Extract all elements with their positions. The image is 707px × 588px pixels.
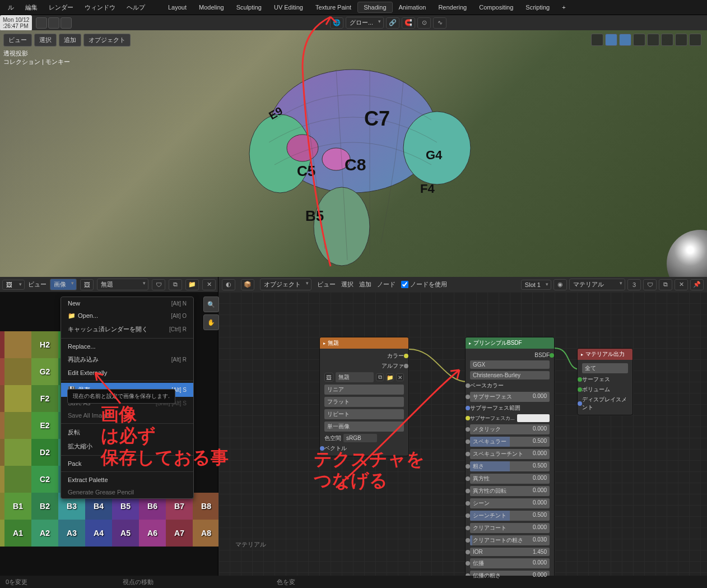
node-canvas[interactable]: 無題 カラー アルファ 🖼無題⧉📁✕ リニア フラット リピート 単一画像 色空…: [218, 292, 707, 588]
output-bsdf[interactable]: BSDF: [534, 352, 550, 358]
tab-compositing[interactable]: Compositing: [473, 2, 519, 13]
material-browse-icon[interactable]: ◉: [553, 279, 567, 290]
tab-uv-editing[interactable]: UV Editing: [268, 2, 309, 13]
tab-shading[interactable]: Shading: [357, 2, 392, 13]
node-node-menu[interactable]: ノード: [377, 280, 396, 289]
node-mode-icon[interactable]: 📦: [241, 279, 254, 290]
bsdf-row[interactable]: サブサーフェス0.000: [468, 391, 552, 403]
img-x-icon[interactable]: ✕: [396, 373, 404, 381]
menu-item-open-[interactable]: 📁Open...[Alt] O: [61, 309, 193, 322]
colorspace-dropdown[interactable]: sRGB: [343, 434, 377, 442]
bsdf-row[interactable]: スペキュラー0.500: [468, 436, 552, 448]
bsdf-row[interactable]: GGX: [468, 359, 552, 370]
material-dup-icon[interactable]: ⧉: [659, 279, 672, 290]
node-header[interactable]: マテリアル出力: [578, 349, 632, 360]
node-header[interactable]: プリンシプルBSDF: [466, 337, 554, 349]
menu-help[interactable]: ヘルプ: [121, 3, 151, 12]
shading-material-icon[interactable]: [675, 34, 687, 46]
transform-dropdown[interactable]: グロー...: [346, 17, 384, 29]
menu-file[interactable]: ル: [2, 3, 20, 12]
menu-item-save-all-images[interactable]: Save All Images: [61, 409, 193, 422]
viewport-view-menu[interactable]: ビュー: [3, 34, 32, 47]
tab-rendering[interactable]: Rendering: [432, 2, 473, 13]
target-dropdown[interactable]: 全て: [582, 363, 628, 373]
bsdf-row[interactable]: メタリック0.000: [468, 423, 552, 436]
interpolation-dropdown[interactable]: リニア: [324, 385, 404, 395]
input-volume[interactable]: ボリューム: [582, 386, 610, 393]
tab-layout[interactable]: Layout: [162, 2, 193, 13]
shading-wire-icon[interactable]: [647, 34, 659, 46]
slot-dropdown[interactable]: Slot 1: [521, 280, 551, 290]
orientation-icon[interactable]: 🌐: [330, 17, 343, 29]
material-close-icon[interactable]: ✕: [675, 279, 688, 290]
menu-item--[interactable]: 拡大縮小: [61, 439, 193, 453]
tab-texture-paint[interactable]: Texture Paint: [309, 2, 357, 13]
node-editor-type-icon[interactable]: ◐: [222, 279, 235, 290]
menu-item-generate-grease-pencil[interactable]: Generate Grease Pencil: [61, 486, 193, 498]
menu-item--[interactable]: キャッシュ済レンダーを開く[Ctrl] R: [61, 322, 193, 336]
gizmo-icon[interactable]: [605, 34, 617, 46]
add-workspace-button[interactable]: +: [556, 2, 571, 13]
img-dup-icon[interactable]: ⧉: [376, 373, 384, 381]
projection-dropdown[interactable]: フラット: [324, 397, 404, 407]
image-texture-node[interactable]: 無題 カラー アルファ 🖼無題⧉📁✕ リニア フラット リピート 単一画像 色空…: [319, 337, 409, 456]
principled-bsdf-node[interactable]: プリンシプルBSDF BSDF GGXChristensen-Burleyベース…: [465, 337, 555, 588]
image-view-menu[interactable]: ビュー: [28, 280, 46, 289]
node-add-menu[interactable]: 追加: [359, 280, 371, 289]
bsdf-row[interactable]: IOR1.450: [468, 547, 552, 557]
bsdf-row[interactable]: クリアコート0.000: [468, 522, 552, 534]
material-output-node[interactable]: マテリアル出力 全て サーフェス ボリューム ディスプレイスメント: [577, 348, 633, 415]
open-file-icon[interactable]: 📁: [185, 279, 199, 290]
menu-edit[interactable]: 編集: [20, 3, 43, 12]
tab-modeling[interactable]: Modeling: [193, 2, 230, 13]
3d-viewport[interactable]: ビュー 選択 追加 オブジェクト 透視投影 コレクション | モンキー: [0, 30, 707, 277]
shading-solid-icon[interactable]: [661, 34, 673, 46]
bsdf-row[interactable]: 伝播0.000: [468, 557, 552, 570]
material-users-count[interactable]: 3: [627, 279, 641, 290]
material-shield-icon[interactable]: 🛡: [643, 279, 657, 290]
bsdf-row[interactable]: サブサーフェスカ...: [468, 413, 552, 423]
img-browse-icon[interactable]: 🖼: [324, 373, 333, 382]
pin-icon[interactable]: 📌: [690, 279, 704, 290]
material-name-field[interactable]: マテリアル: [569, 279, 625, 290]
viewport-object-menu[interactable]: オブジェクト: [83, 34, 131, 47]
hand-icon[interactable]: ✋: [203, 314, 219, 330]
use-nodes-checkbox[interactable]: ノードを使用: [401, 280, 447, 289]
menu-item-extract-palette[interactable]: Extract Palette: [61, 474, 193, 486]
menu-item-replace-[interactable]: Replace...: [61, 340, 193, 353]
menu-item-pack[interactable]: Pack: [61, 457, 193, 470]
img-open-icon[interactable]: 📁: [386, 373, 394, 381]
menu-item--[interactable]: 反転: [61, 425, 193, 439]
input-surface[interactable]: サーフェス: [582, 376, 610, 383]
image-menu-dropdown[interactable]: 画像: [50, 279, 77, 290]
menu-item-new[interactable]: New[Alt] N: [61, 297, 193, 309]
shield-icon[interactable]: 🛡: [152, 279, 165, 290]
node-view-menu[interactable]: ビュー: [317, 280, 336, 289]
bsdf-row[interactable]: ベースカラー: [468, 381, 552, 391]
snap-icon[interactable]: 🔗: [386, 17, 399, 29]
magnet-icon[interactable]: 🧲: [402, 17, 415, 29]
extension-dropdown[interactable]: リピート: [324, 409, 404, 419]
menu-item-edit-externally[interactable]: Edit Externally: [61, 367, 193, 379]
overlay-icon[interactable]: [619, 34, 631, 46]
xray-icon[interactable]: [633, 34, 645, 46]
menu-render[interactable]: レンダー: [43, 3, 79, 12]
input-vector[interactable]: ベクトル: [324, 445, 347, 452]
bsdf-row[interactable]: 粗さ0.500: [468, 460, 552, 473]
bsdf-row[interactable]: シーン0.000: [468, 497, 552, 510]
viewport-add-menu[interactable]: 追加: [59, 34, 81, 47]
curve-icon[interactable]: ∿: [433, 17, 446, 29]
output-color[interactable]: カラー: [387, 352, 404, 360]
tool-icon-2[interactable]: [61, 17, 72, 29]
visibility-icon[interactable]: [591, 34, 603, 46]
bsdf-row[interactable]: シーンチント0.500: [468, 510, 552, 522]
proportional-icon[interactable]: ⊙: [417, 17, 431, 29]
duplicate-icon[interactable]: ⧉: [169, 279, 182, 290]
bsdf-row[interactable]: Christensen-Burley: [468, 370, 552, 381]
bsdf-row[interactable]: クリアコートの粗さ0.030: [468, 534, 552, 547]
source-dropdown[interactable]: 単一画像: [324, 422, 404, 432]
image-name-field[interactable]: 無題: [97, 279, 148, 290]
viewport-select-menu[interactable]: 選択: [34, 34, 57, 47]
tab-animation[interactable]: Animation: [393, 2, 432, 13]
image-browse-icon[interactable]: 🖼: [80, 279, 94, 290]
